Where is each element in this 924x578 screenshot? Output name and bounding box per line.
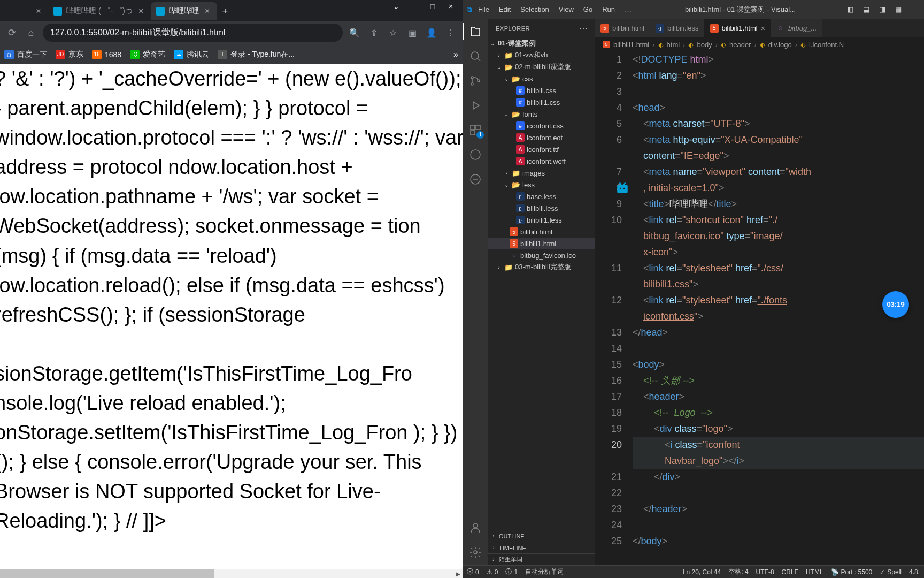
debug-icon[interactable] bbox=[468, 98, 483, 113]
tree-file[interactable]: {}bilibili.less bbox=[488, 202, 595, 214]
bookmarks-overflow-icon[interactable]: » bbox=[453, 50, 458, 59]
layout-left-icon[interactable]: ◧ bbox=[845, 4, 856, 15]
more-icon[interactable]: ⋯ bbox=[579, 23, 588, 33]
tree-file[interactable]: #bilibili.css bbox=[488, 85, 595, 96]
dropdown-icon[interactable]: ⌄ bbox=[389, 1, 404, 12]
menu-file[interactable]: File bbox=[474, 3, 494, 16]
reader-icon[interactable]: ▣ bbox=[405, 25, 420, 40]
menu-selection[interactable]: Selection bbox=[516, 3, 553, 16]
browser-tab-2[interactable]: 哔哩哔哩 × bbox=[151, 2, 217, 20]
tree-file[interactable]: #bilibili1.css bbox=[488, 96, 595, 108]
editor-tab[interactable]: 5bilibili1.html× bbox=[705, 19, 771, 37]
menu-icon[interactable]: ⋮ bbox=[443, 25, 458, 40]
edge-icon[interactable] bbox=[468, 147, 483, 162]
tree-folder[interactable]: ›📁images bbox=[488, 167, 595, 179]
layout-right-icon[interactable]: ◨ bbox=[877, 4, 888, 15]
status-lang[interactable]: HTML bbox=[806, 568, 823, 576]
search-icon[interactable] bbox=[468, 49, 483, 64]
timer-badge[interactable]: 03:19 bbox=[882, 291, 909, 318]
settings-gear-icon[interactable] bbox=[468, 545, 483, 560]
menu-view[interactable]: View bbox=[555, 3, 578, 16]
tree-root[interactable]: ⌄01-课堂案例 bbox=[488, 37, 595, 49]
extensions-icon[interactable]: 1 bbox=[468, 123, 483, 138]
browser-tab-1[interactable]: 哔哩哔哩 ( ゜- ゜)つ × bbox=[48, 2, 151, 20]
explorer-icon[interactable] bbox=[468, 24, 483, 39]
editor-tab[interactable]: 5bilibili.html bbox=[595, 19, 650, 37]
status-port[interactable]: 📡Port : 5500 bbox=[831, 568, 873, 576]
status-bar: ⓧ0 ⚠0 ⓘ1 自动分析单词 Ln 20, Col 44 空格: 4 UTF-… bbox=[463, 565, 924, 578]
layout-bottom-icon[interactable]: ⬓ bbox=[861, 4, 872, 15]
close-icon[interactable]: × bbox=[761, 24, 765, 33]
close-window-icon[interactable]: × bbox=[443, 1, 458, 12]
bookmark-item[interactable]: 百百度一下 bbox=[4, 50, 47, 59]
tree-file[interactable]: {}base.less bbox=[488, 191, 595, 202]
tree-file[interactable]: 5bilibili.html bbox=[488, 226, 595, 238]
svg-rect-5 bbox=[476, 125, 480, 130]
zoom-icon[interactable]: 🔍 bbox=[347, 25, 362, 40]
source-control-icon[interactable] bbox=[468, 73, 483, 88]
maximize-icon[interactable]: □ bbox=[425, 1, 440, 12]
bookmark-item[interactable]: 161688 bbox=[92, 50, 121, 59]
status-spaces[interactable]: 空格: 4 bbox=[728, 567, 748, 576]
bookmark-item[interactable]: JD京东 bbox=[56, 50, 83, 59]
tree-folder[interactable]: ›📁01-vw和vh bbox=[488, 49, 595, 61]
menu-edit[interactable]: Edit bbox=[495, 3, 515, 16]
bookmark-item[interactable]: iQ爱奇艺 bbox=[130, 50, 165, 59]
tree-folder[interactable]: ⌄📂02-m-bilibili课堂版 bbox=[488, 61, 595, 73]
tree-file[interactable]: 5bilibili1.html bbox=[488, 238, 595, 249]
status-encoding[interactable]: UTF-8 bbox=[756, 568, 774, 576]
menu-run[interactable]: Run bbox=[598, 3, 619, 16]
unfamiliar-words-section[interactable]: ›陌生单词 bbox=[488, 553, 595, 565]
editor-tab[interactable]: ☆bitbug_... bbox=[771, 19, 823, 37]
breadcrumb[interactable]: 5bilibili1.html› ⬖html› ⬖body› ⬖header› … bbox=[595, 37, 924, 51]
horizontal-scrollbar[interactable]: ▶ bbox=[0, 569, 463, 578]
vscode-logo-icon: ⧉ bbox=[467, 5, 472, 14]
tree-folder[interactable]: ›📁03-m-bilibili完整版 bbox=[488, 261, 595, 273]
tree-folder[interactable]: ⌄📂fonts bbox=[488, 108, 595, 120]
minimize-icon[interactable]: — bbox=[407, 1, 422, 12]
editor-tab[interactable]: {}bilibili.less bbox=[650, 19, 705, 37]
status-cursor[interactable]: Ln 20, Col 44 bbox=[683, 568, 721, 576]
tree-file[interactable]: Aiconfont.woff bbox=[488, 155, 595, 167]
tree-folder[interactable]: ⌄📂less bbox=[488, 179, 595, 191]
tree-file[interactable]: {}bilibili1.less bbox=[488, 214, 595, 226]
home-icon[interactable]: ⌂ bbox=[24, 25, 38, 40]
scrollbar-thumb[interactable] bbox=[0, 569, 214, 578]
share-icon[interactable]: ⇪ bbox=[366, 25, 381, 40]
close-icon[interactable]: × bbox=[137, 6, 145, 16]
status-info[interactable]: ⓘ1 bbox=[505, 567, 518, 576]
browser-toolbar: ⟳ ⌂ 127.0.0.1:5500/02-m-bilibili课堂版/bili… bbox=[0, 21, 463, 44]
outline-section[interactable]: ›OUTLINE bbox=[488, 530, 595, 542]
menu-go[interactable]: Go bbox=[579, 3, 597, 16]
remote-icon[interactable] bbox=[468, 172, 483, 187]
close-icon[interactable]: × bbox=[34, 6, 43, 16]
profile-icon[interactable]: 👤 bbox=[424, 25, 439, 40]
status-analyze[interactable]: 自动分析单词 bbox=[525, 567, 564, 576]
bookmark-star-icon[interactable]: ☆ bbox=[386, 25, 401, 40]
bookmark-item[interactable]: ☁腾讯云 bbox=[174, 50, 209, 59]
vscode-menu: File Edit Selection View Go Run … bbox=[474, 3, 636, 16]
status-version[interactable]: 4.8. bbox=[909, 568, 920, 576]
menu-more[interactable]: … bbox=[620, 3, 636, 16]
minimize-icon[interactable]: — bbox=[909, 4, 920, 15]
code-editor[interactable]: 123456 78910 11 12 1314151617181920 2122… bbox=[595, 51, 924, 565]
browser-tab-0[interactable]: × bbox=[0, 2, 48, 20]
timeline-section[interactable]: ›TIMELINE bbox=[488, 542, 595, 553]
bookmark-item[interactable]: T登录 - Type.fun在... bbox=[218, 50, 295, 59]
status-spell[interactable]: ✓Spell bbox=[880, 568, 902, 576]
close-icon[interactable]: × bbox=[203, 6, 212, 16]
status-eol[interactable]: CRLF bbox=[782, 568, 798, 576]
status-warnings[interactable]: ⚠0 bbox=[487, 568, 498, 576]
address-bar[interactable]: 127.0.0.1:5500/02-m-bilibili课堂版/bilibili… bbox=[43, 24, 343, 42]
tree-file[interactable]: ☆bitbug_favicon.ico bbox=[488, 249, 595, 261]
layout-grid-icon[interactable]: ▦ bbox=[893, 4, 904, 15]
reload-icon[interactable]: ⟳ bbox=[4, 25, 19, 40]
tree-file[interactable]: Aiconfont.eot bbox=[488, 132, 595, 143]
tree-file[interactable]: Aiconfont.ttf bbox=[488, 143, 595, 155]
tree-file[interactable]: #iconfont.css bbox=[488, 120, 595, 132]
account-icon[interactable] bbox=[468, 520, 483, 535]
scroll-right-icon[interactable]: ▶ bbox=[453, 569, 463, 578]
new-tab-button[interactable]: + bbox=[217, 6, 234, 17]
tree-folder[interactable]: ⌄📂css bbox=[488, 73, 595, 85]
status-errors[interactable]: ⓧ0 bbox=[467, 567, 479, 576]
